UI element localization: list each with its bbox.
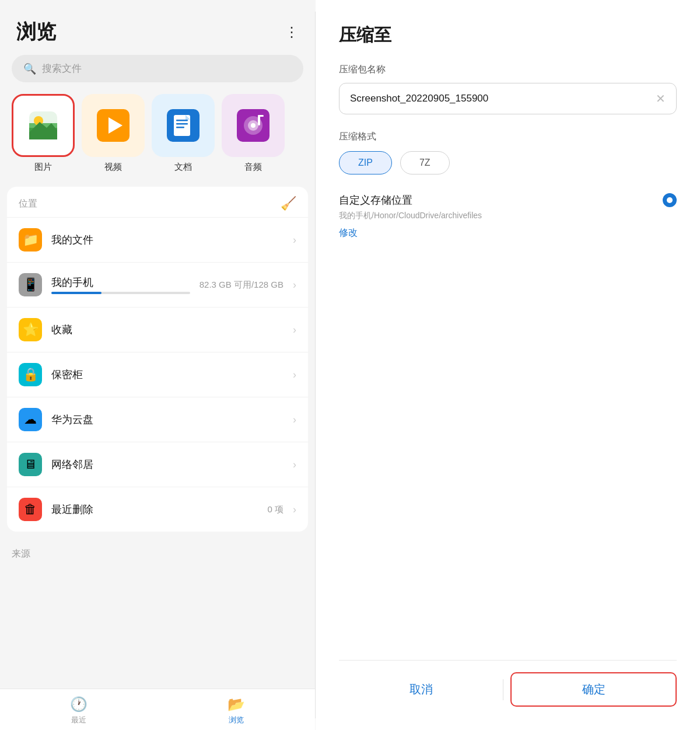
storage-section: 自定义存储位置 我的手机/Honor/CloudDrive/archivefil…	[339, 193, 677, 239]
right-panel: 压缩至 压缩包名称 Screenshot_20220905_155900 ✕ 压…	[316, 0, 700, 730]
search-placeholder: 搜索文件	[42, 62, 82, 75]
trash-meta: 0 项	[267, 504, 284, 515]
videos-label: 视频	[104, 162, 122, 173]
cancel-button[interactable]: 取消	[339, 673, 503, 705]
category-row: 图片 视频 文档	[0, 94, 315, 187]
location-section: 位置 🧹 📁 我的文件 › 📱 我的手机 82.3 GB 可用/128 GB ›	[7, 187, 308, 532]
format-field-label: 压缩格式	[339, 131, 677, 143]
safe-name: 保密柜	[51, 368, 284, 382]
more-icon[interactable]: ⋮	[285, 24, 299, 40]
svg-rect-19	[258, 115, 264, 117]
audio-icon-box	[222, 94, 285, 157]
list-item-my-files[interactable]: 📁 我的文件 ›	[7, 217, 308, 262]
list-item-huawei-cloud[interactable]: ☁ 华为云盘 ›	[7, 397, 308, 442]
browse-nav-icon: 📂	[228, 696, 245, 712]
recent-nav-icon: 🕐	[70, 696, 88, 712]
compress-title: 压缩至	[339, 23, 677, 47]
list-item-safe[interactable]: 🔒 保密柜 ›	[7, 352, 308, 397]
docs-label: 文档	[174, 162, 192, 173]
photos-svg-icon	[27, 109, 60, 142]
location-title: 位置	[19, 198, 37, 210]
my-files-icon: 📁	[19, 228, 42, 252]
browse-nav-label: 浏览	[229, 715, 244, 725]
svg-rect-12	[176, 127, 184, 128]
favorites-name: 收藏	[51, 323, 284, 337]
category-audio[interactable]: 音频	[222, 94, 285, 173]
chevron-icon: ›	[293, 279, 296, 291]
list-item-my-phone[interactable]: 📱 我的手机 82.3 GB 可用/128 GB ›	[7, 262, 308, 307]
list-item-favorites[interactable]: ⭐ 收藏 ›	[7, 307, 308, 352]
storage-title: 自定义存储位置	[339, 193, 412, 207]
huawei-cloud-name: 华为云盘	[51, 413, 284, 427]
storage-section-header: 自定义存储位置	[339, 193, 677, 207]
network-icon: 🖥	[19, 453, 42, 476]
name-field-label: 压缩包名称	[339, 64, 677, 76]
name-input-row[interactable]: Screenshot_20220905_155900 ✕	[339, 83, 677, 114]
name-input-value: Screenshot_20220905_155900	[350, 93, 656, 104]
storage-bar	[51, 292, 190, 294]
confirm-button[interactable]: 确定	[510, 672, 677, 707]
network-name: 网络邻居	[51, 457, 284, 471]
category-videos[interactable]: 视频	[82, 94, 145, 173]
source-title: 来源	[12, 549, 30, 558]
storage-path: 我的手机/Honor/CloudDrive/archivefiles	[339, 211, 677, 221]
photos-label: 图片	[34, 162, 52, 173]
modify-link[interactable]: 修改	[339, 228, 358, 237]
photos-icon-box	[12, 94, 75, 157]
format-options: ZIP 7Z	[339, 151, 677, 174]
format-7z-button[interactable]: 7Z	[400, 151, 450, 174]
trash-icon: 🗑	[19, 498, 42, 521]
huawei-cloud-icon: ☁	[19, 408, 42, 431]
section-header: 位置 🧹	[7, 187, 308, 217]
category-docs[interactable]: 文档	[152, 94, 215, 173]
my-phone-name: 我的手机	[51, 275, 190, 289]
docs-icon-box	[152, 94, 215, 157]
action-row: 取消 确定	[339, 660, 677, 707]
radio-inner	[667, 197, 673, 203]
phone-meta: 82.3 GB 可用/128 GB	[200, 280, 284, 291]
left-panel: 浏览 ⋮ 🔍 搜索文件 图片	[0, 0, 315, 730]
safe-icon: 🔒	[19, 363, 42, 386]
bottom-nav: 🕐 最近 📂 浏览	[0, 689, 315, 730]
chevron-icon: ›	[293, 369, 296, 381]
clean-icon[interactable]: 🧹	[281, 196, 296, 211]
storage-bar-fill	[51, 292, 102, 294]
list-item-trash[interactable]: 🗑 最近删除 0 项 ›	[7, 487, 308, 532]
favorites-icon: ⭐	[19, 318, 42, 341]
my-phone-icon: 📱	[19, 273, 42, 296]
my-files-name: 我的文件	[51, 233, 284, 247]
search-icon: 🔍	[23, 62, 36, 75]
chevron-icon: ›	[293, 504, 296, 516]
list-item-network[interactable]: 🖥 网络邻居 ›	[7, 442, 308, 487]
audio-svg-icon	[237, 109, 270, 142]
page-title: 浏览	[16, 19, 56, 46]
svg-rect-11	[176, 123, 188, 125]
chevron-icon: ›	[293, 459, 296, 471]
format-zip-button[interactable]: ZIP	[339, 151, 392, 174]
chevron-icon: ›	[293, 234, 296, 246]
recent-nav-label: 最近	[71, 715, 86, 725]
storage-radio[interactable]	[663, 193, 677, 207]
docs-svg-icon	[167, 109, 200, 142]
clear-button[interactable]: ✕	[656, 92, 666, 106]
nav-recent[interactable]: 🕐 最近	[0, 689, 158, 730]
left-header: 浏览 ⋮	[0, 0, 315, 55]
audio-label: 音频	[244, 162, 262, 173]
trash-name: 最近删除	[51, 502, 258, 516]
videos-svg-icon	[97, 109, 130, 142]
nav-browse[interactable]: 📂 浏览	[158, 689, 315, 730]
chevron-icon: ›	[293, 324, 296, 336]
search-bar[interactable]: 🔍 搜索文件	[12, 55, 303, 82]
category-photos[interactable]: 图片	[12, 94, 75, 173]
videos-icon-box	[82, 94, 145, 157]
chevron-icon: ›	[293, 414, 296, 426]
action-divider	[503, 679, 503, 700]
svg-point-17	[251, 123, 256, 128]
source-section-header: 来源	[0, 541, 315, 563]
svg-rect-10	[176, 120, 188, 121]
